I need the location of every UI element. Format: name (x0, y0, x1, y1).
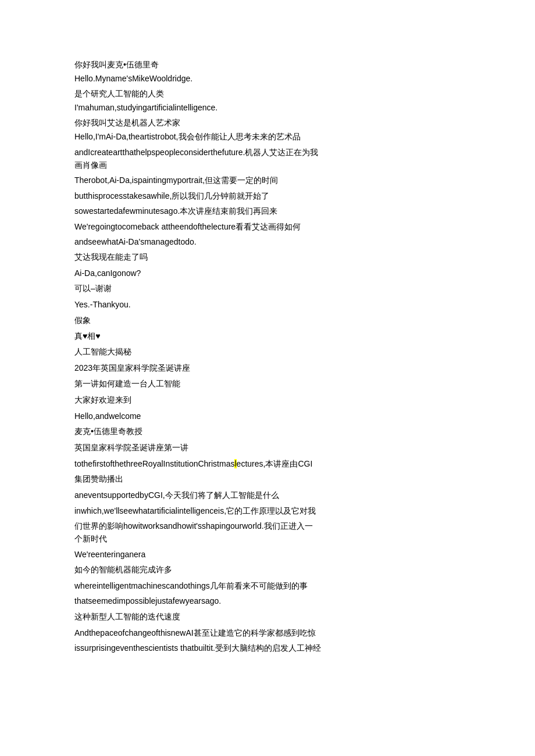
zh-line-24: 集团赞助播出 (74, 472, 461, 486)
zh-line-14: 假象 (74, 314, 461, 328)
en-line-30: whereintelligentmachinescandothings几年前看来… (74, 579, 461, 592)
line-pair-22: 英国皇家科学院圣诞讲座第一讲 (74, 441, 461, 455)
line-pair-14: 假象 (74, 314, 461, 328)
zh-line-12: 可以–谢谢 (74, 282, 461, 296)
en-line-4: andIcreateartthathelpspeopleconsiderthef… (74, 146, 461, 159)
en-line-11: Ai-Da,canIgonow? (74, 267, 461, 280)
en-line-27: 们世界的影响howitworksandhowit'sshapingourworl… (74, 519, 461, 532)
zh-line-2: 是个研究人工智能的人类 (74, 87, 461, 101)
line-pair-16: 人工智能大揭秘 (74, 345, 461, 359)
en-line-25: aneventsupportedbyCGI,今天我们将了解人工智能是什么 (74, 489, 461, 501)
main-content: 你好我叫麦克•伍德里奇 Hello.Myname'sMikeWooldridge… (74, 58, 461, 654)
en-line-2: I'mahuman,studyingartificialintelligence… (74, 101, 461, 114)
line-pair-4: andIcreateartthathelpspeopleconsiderthef… (74, 146, 461, 172)
en-line-34: issurprisingeventhescientists thatbuilti… (74, 642, 461, 654)
zh-line-19: 大家好欢迎来到 (74, 393, 461, 407)
zh-line-16: 人工智能大揭秘 (74, 345, 461, 359)
en-line-23: tothefirstofthethreeRoyalInstitutionChri… (74, 457, 461, 470)
en-line-33: AndthepaceofchangeofthisnewAI甚至让建造它的科学家都… (74, 626, 461, 639)
highlight-1: l (234, 459, 236, 468)
en-line-26: inwhich,we'llseewhatartificialintelligen… (74, 504, 461, 517)
line-pair-12: 可以–谢谢 (74, 282, 461, 296)
line-pair-13: Yes.-Thankyou. (74, 298, 461, 311)
zh-line-17: 2023年英国皇家科学院圣诞讲座 (74, 361, 461, 375)
line-pair-10: 艾达我现在能走了吗 (74, 250, 461, 264)
en-line-13: Yes.-Thankyou. (74, 298, 461, 311)
en-line-28: We'reenteringanera (74, 548, 461, 561)
line-pair-31: thatseemedimpossiblejustafewyearsago. (74, 594, 461, 607)
zh-line-3: 你好我叫艾达是机器人艺术家 (74, 116, 461, 130)
en-line-8: We'regoingtocomeback attheendofthelectur… (74, 220, 461, 233)
zh-line-10: 艾达我现在能走了吗 (74, 250, 461, 264)
line-pair-6: butthisprocesstakesawhile,所以我们几分钟前就开始了 (74, 189, 461, 202)
en-line-3: Hello,I'mAi-Da,theartistrobot,我会创作能让人思考未… (74, 130, 461, 143)
line-pair-30: whereintelligentmachinescandothings几年前看来… (74, 579, 461, 592)
line-pair-26: inwhich,we'llseewhatartificialintelligen… (74, 504, 461, 517)
line-pair-11: Ai-Da,canIgonow? (74, 267, 461, 280)
zh-line-29: 如今的智能机器能完成许多 (74, 563, 461, 577)
line-pair-29: 如今的智能机器能完成许多 (74, 563, 461, 577)
line-pair-19: 大家好欢迎来到 (74, 393, 461, 407)
en-line-1: Hello.Myname'sMikeWooldridge. (74, 72, 461, 85)
line-pair-18: 第一讲如何建造一台人工智能 (74, 377, 461, 391)
line-pair-25: aneventsupportedbyCGI,今天我们将了解人工智能是什么 (74, 489, 461, 501)
zh-line-32: 这种新型人工智能的迭代速度 (74, 610, 461, 624)
line-pair-15: 真♥相♥ (74, 329, 461, 342)
line-pair-34: issurprisingeventhescientists thatbuilti… (74, 642, 461, 654)
line-pair-9: andseewhatAi-Da'smanagedtodo. (74, 235, 461, 248)
line-pair-1: 你好我叫麦克•伍德里奇 Hello.Myname'sMikeWooldridge… (74, 58, 461, 85)
en-line-15: 真♥相♥ (74, 329, 461, 342)
line-pair-27: 们世界的影响howitworksandhowit'sshapingourworl… (74, 519, 461, 546)
line-pair-7: sowestartedafewminutesago.本次讲座结束前我们再回来 (74, 205, 461, 217)
en-line-20: Hello,andwelcome (74, 410, 461, 422)
en-line-4b: 画肖像画 (74, 159, 461, 171)
en-line-31: thatseemedimpossiblejustafewyearsago. (74, 594, 461, 607)
line-pair-24: 集团赞助播出 (74, 472, 461, 486)
en-line-9: andseewhatAi-Da'smanagedtodo. (74, 235, 461, 248)
line-pair-28: We'reenteringanera (74, 548, 461, 561)
en-line-6: butthisprocesstakesawhile,所以我们几分钟前就开始了 (74, 189, 461, 202)
line-pair-23: tothefirstofthethreeRoyalInstitutionChri… (74, 457, 461, 470)
line-pair-8: We'regoingtocomeback attheendofthelectur… (74, 220, 461, 233)
line-pair-21: 麦克•伍德里奇教授 (74, 425, 461, 439)
line-pair-2: 是个研究人工智能的人类 I'mahuman,studyingartificial… (74, 87, 461, 114)
line-pair-3: 你好我叫艾达是机器人艺术家 Hello,I'mAi-Da,theartistro… (74, 116, 461, 143)
zh-line-1: 你好我叫麦克•伍德里奇 (74, 58, 461, 72)
zh-line-18: 第一讲如何建造一台人工智能 (74, 377, 461, 391)
line-pair-17: 2023年英国皇家科学院圣诞讲座 (74, 361, 461, 375)
en-line-27b: 个新时代 (74, 532, 461, 545)
zh-line-21: 麦克•伍德里奇教授 (74, 425, 461, 439)
zh-line-22: 英国皇家科学院圣诞讲座第一讲 (74, 441, 461, 455)
line-pair-5: Therobot,Ai-Da,ispaintingmyportrait,但这需要… (74, 174, 461, 187)
en-line-5: Therobot,Ai-Da,ispaintingmyportrait,但这需要… (74, 174, 461, 187)
line-pair-20: Hello,andwelcome (74, 410, 461, 422)
en-line-7: sowestartedafewminutesago.本次讲座结束前我们再回来 (74, 205, 461, 217)
line-pair-32: 这种新型人工智能的迭代速度 (74, 610, 461, 624)
line-pair-33: AndthepaceofchangeofthisnewAI甚至让建造它的科学家都… (74, 626, 461, 639)
